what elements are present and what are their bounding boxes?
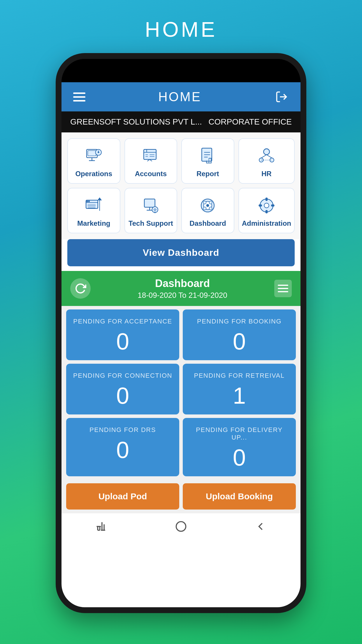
svg-point-44	[207, 204, 209, 206]
menu-item-dashboard[interactable]: Dashboard	[181, 188, 234, 233]
company-name: GREENSOFT SOLUTIONS PVT L...	[70, 117, 202, 127]
svg-point-46	[264, 203, 269, 208]
phone-frame: HOME GREENSOFT SOLUTIONS PVT L... CORPOR…	[56, 53, 306, 613]
nav-title: HOME	[158, 90, 201, 104]
menu-item-report[interactable]: Report	[181, 138, 234, 184]
menu-item-accounts[interactable]: Accounts	[124, 138, 178, 184]
report-icon	[197, 145, 218, 166]
tech-support-icon	[140, 195, 161, 216]
view-dashboard-button[interactable]: View Dashboard	[67, 239, 295, 266]
stat-label-2: PENDING FOR CONNECTION	[73, 372, 172, 379]
status-bar	[61, 59, 301, 82]
menu-label-dashboard: Dashboard	[189, 219, 226, 228]
marketing-icon	[83, 195, 104, 216]
bottom-nav-circle[interactable]	[172, 518, 190, 535]
svg-point-19	[263, 149, 269, 155]
menu-item-hr[interactable]: HR	[238, 138, 295, 184]
svg-rect-2	[88, 150, 96, 156]
stat-value-0: 0	[116, 330, 129, 353]
stat-card-pending-retreival: PENDING FOR RETREIVAL 1	[183, 364, 296, 414]
stat-card-pending-delivery: PENDING FOR DELIVERY UP... 0	[183, 418, 296, 476]
bottom-nav-home[interactable]	[93, 518, 110, 535]
bottom-nav	[61, 513, 301, 539]
dashboard-bar: Dashboard 18-09-2020 To 21-09-2020	[61, 271, 301, 306]
menu-label-operations: Operations	[75, 170, 112, 178]
stat-value-5: 0	[233, 446, 246, 469]
svg-point-27	[87, 201, 88, 202]
svg-line-23	[266, 155, 272, 158]
upload-booking-button[interactable]: Upload Booking	[183, 483, 296, 510]
svg-point-43	[209, 207, 212, 210]
svg-rect-48	[266, 210, 267, 213]
stat-card-pending-booking: PENDING FOR BOOKING 0	[183, 309, 296, 360]
menu-label-hr: HR	[261, 170, 272, 178]
svg-marker-32	[98, 198, 101, 200]
svg-point-58	[176, 522, 186, 531]
administration-icon	[256, 195, 277, 216]
upload-pod-button[interactable]: Upload Pod	[66, 483, 179, 510]
svg-rect-47	[266, 198, 267, 201]
bottom-buttons: Upload Pod Upload Booking	[61, 480, 301, 513]
stat-value-3: 1	[233, 384, 246, 407]
menu-label-administration: Administration	[242, 219, 291, 228]
dashboard-icon	[197, 195, 218, 216]
svg-point-42	[203, 207, 206, 210]
menu-label-tech-support: Tech Support	[129, 219, 173, 228]
stat-value-4: 0	[116, 438, 129, 462]
stat-card-pending-acceptance: PENDING FOR ACCEPTANCE 0	[66, 309, 179, 360]
stat-label-0: PENDING FOR ACCEPTANCE	[73, 318, 172, 325]
refresh-icon[interactable]	[70, 278, 91, 299]
svg-point-41	[209, 201, 212, 204]
menu-item-marketing[interactable]: Marketing	[67, 188, 120, 233]
svg-point-28	[88, 201, 89, 202]
logout-icon[interactable]	[274, 90, 289, 104]
menu-label-marketing: Marketing	[77, 219, 110, 228]
company-bar: GREENSOFT SOLUTIONS PVT L... CORPORATE O…	[61, 111, 301, 132]
svg-rect-49	[259, 204, 262, 206]
app-content: HOME GREENSOFT SOLUTIONS PVT L... CORPOR…	[61, 82, 301, 607]
nav-bar: HOME	[61, 82, 301, 111]
dashboard-title-text: Dashboard	[155, 277, 210, 290]
accounts-icon	[140, 145, 161, 166]
stat-label-5: PENDING FOR DELIVERY UP...	[189, 426, 290, 441]
stat-label-4: PENDING FOR DRS	[89, 426, 156, 434]
svg-rect-50	[271, 204, 274, 206]
svg-point-40	[203, 201, 206, 204]
menu-grid: Operations	[67, 138, 295, 233]
svg-rect-8	[144, 149, 156, 160]
svg-line-22	[261, 155, 266, 158]
dashboard-info: Dashboard 18-09-2020 To 21-09-2020	[91, 277, 274, 300]
stat-label-1: PENDING FOR BOOKING	[197, 318, 282, 325]
stat-label-3: PENDING FOR RETREIVAL	[194, 372, 284, 379]
menu-item-operations[interactable]: Operations	[67, 138, 120, 184]
svg-rect-29	[88, 204, 95, 206]
menu-label-report: Report	[196, 170, 219, 178]
phone-screen: HOME GREENSOFT SOLUTIONS PVT L... CORPOR…	[61, 59, 301, 607]
stat-card-pending-drs: PENDING FOR DRS 0	[66, 418, 179, 476]
dashboard-menu-icon[interactable]	[274, 280, 292, 297]
menu-grid-container: Operations	[61, 132, 301, 239]
menu-label-accounts: Accounts	[135, 170, 167, 178]
bottom-nav-back[interactable]	[252, 518, 269, 535]
menu-item-administration[interactable]: Administration	[238, 188, 295, 233]
operations-icon	[83, 145, 104, 166]
page-title: HOME	[145, 18, 217, 41]
stats-grid: PENDING FOR ACCEPTANCE 0 PENDING FOR BOO…	[61, 306, 301, 480]
stat-value-2: 0	[116, 384, 129, 407]
svg-rect-33	[144, 199, 155, 207]
stat-value-1: 0	[233, 330, 246, 353]
hr-icon	[256, 145, 277, 166]
dashboard-date: 18-09-2020 To 21-09-2020	[138, 291, 227, 300]
office-name: CORPORATE OFFICE	[208, 117, 292, 127]
stat-card-pending-connection: PENDING FOR CONNECTION 0	[66, 364, 179, 414]
menu-item-tech-support[interactable]: Tech Support	[124, 188, 178, 233]
hamburger-icon[interactable]	[73, 92, 85, 102]
svg-point-7	[98, 152, 99, 153]
